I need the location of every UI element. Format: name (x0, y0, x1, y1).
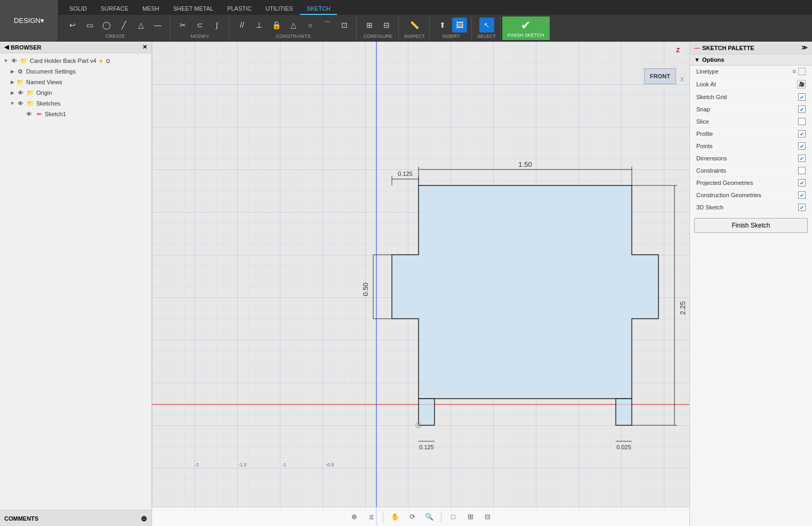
hline-icon[interactable]: — (150, 18, 165, 33)
origin-label: Origin (36, 90, 52, 96)
inspect-label: INSPECT (404, 34, 425, 39)
orbit-icon[interactable]: ⟳ (405, 510, 419, 524)
root-eye-icon[interactable]: 👁 (10, 56, 18, 65)
palette-title: SKETCH PALETTE (702, 45, 754, 51)
constraints-group: // ⊥ 🔒 △ ○ ⌒ ⊡ CONSTRAINTS (230, 15, 357, 41)
sketch-grid-checkbox[interactable]: ✔ (798, 93, 806, 101)
root-expand-arrow[interactable]: ▼ (2, 57, 10, 64)
tree-root[interactable]: ▼ 👁 📁 Card Holder Back Part v4 ★ ⊙ (0, 55, 151, 66)
snap-checkbox[interactable]: ✔ (798, 106, 806, 113)
toolbar-separator-2 (441, 512, 441, 522)
doc-settings-arrow[interactable]: ▶ (9, 68, 16, 75)
fillet-icon[interactable]: ∫ (210, 18, 224, 33)
tangent-icon[interactable]: ⌒ (320, 18, 335, 33)
finish-sketch-label: FINISH SKETCH (508, 33, 544, 38)
sketch-grid-label: Sketch Grid (696, 94, 727, 100)
collapse-icon[interactable]: ◀ (4, 44, 9, 51)
undo-icon[interactable]: ↩ (65, 18, 80, 33)
configure-icon[interactable]: ⊞ (362, 18, 377, 33)
select-icon[interactable]: ↖ (479, 18, 494, 33)
browser-close-icon[interactable]: ✕ (142, 44, 147, 51)
sketches-eye-icon[interactable]: 👁 (16, 99, 25, 108)
display-grid-icon[interactable]: ⊞ (463, 510, 477, 524)
table-icon[interactable]: ⊟ (379, 18, 394, 33)
design-button[interactable]: DESIGN ▾ (0, 0, 59, 41)
tab-sheet-metal[interactable]: SHEET METAL (167, 3, 220, 15)
linetype-icon2[interactable] (798, 68, 806, 75)
insert-icon[interactable]: ⬆ (435, 18, 450, 33)
svg-text:0.125: 0.125 (419, 444, 434, 450)
origin-eye-icon[interactable]: 👁 (16, 88, 25, 97)
tree-document-settings[interactable]: ▶ ⚙ Document Settings (0, 66, 151, 77)
settings-gear-icon: ⚙ (16, 67, 25, 76)
options-arrow: ▼ (694, 56, 700, 63)
sketches-arrow[interactable]: ▼ (9, 100, 16, 107)
tab-mesh[interactable]: MESH (136, 3, 166, 15)
rectangle-icon[interactable]: ▭ (82, 18, 97, 33)
zoom-icon[interactable]: 🔍 (422, 510, 436, 524)
palette-collapse-icon[interactable]: — (694, 45, 700, 51)
sketch1-eye-icon[interactable]: 👁 (25, 110, 33, 118)
triangle-icon[interactable]: △ (133, 18, 148, 33)
home-view-icon[interactable]: ⊕ (347, 510, 361, 524)
options-section-header[interactable]: ▼ Options (690, 54, 812, 66)
pan-icon[interactable]: ✋ (388, 510, 402, 524)
finish-sketch-palette-button[interactable]: Finish Sketch (694, 218, 808, 233)
view-mode-icon[interactable]: □ (446, 510, 460, 524)
tree-sketch1[interactable]: 👁 ✏ Sketch1 (0, 109, 151, 119)
linetype-label: Linetype (696, 68, 719, 75)
construction-geometries-checkbox[interactable]: ✔ (798, 191, 806, 199)
palette-pin-icon[interactable]: ≫ (801, 44, 808, 51)
origin-arrow[interactable]: ▶ (9, 89, 16, 96)
sketches-folder-icon: 📁 (26, 99, 35, 108)
slice-checkbox[interactable] (798, 118, 806, 125)
tab-solid[interactable]: SOLID (63, 3, 93, 15)
toolbar: DESIGN ▾ SOLID SURFACE MESH SHEET METAL … (0, 0, 812, 42)
toolbar-separator-1 (383, 512, 383, 522)
sketch1-arrow[interactable] (17, 110, 25, 118)
cube-front-face[interactable]: FRONT (644, 68, 676, 84)
projected-geometries-checkbox[interactable]: ✔ (798, 179, 806, 187)
tri-c-icon[interactable]: △ (286, 18, 301, 33)
dimensions-row: Dimensions ✔ (690, 152, 812, 165)
ruler-icon[interactable]: 📏 (407, 18, 422, 33)
points-checkbox[interactable]: ✔ (798, 142, 806, 150)
dimensions-checkbox[interactable]: ✔ (798, 155, 806, 162)
tab-surface[interactable]: SURFACE (94, 3, 135, 15)
constraints-checkbox[interactable] (798, 167, 806, 174)
3d-sketch-label: 3D Sketch (696, 204, 723, 211)
tree-sketches[interactable]: ▼ 👁 📁 Sketches (0, 98, 151, 109)
parallel-icon[interactable]: // (235, 18, 250, 33)
profile-label: Profile (696, 131, 713, 137)
insert-image-icon[interactable]: 🖼 (452, 18, 467, 33)
options-label: Options (702, 56, 725, 63)
display-options-icon[interactable]: ⊟ (480, 510, 494, 524)
tab-plastic[interactable]: PLASTIC (221, 3, 258, 15)
trim-icon[interactable]: ✂ (175, 18, 190, 33)
3d-sketch-checkbox[interactable]: ✔ (798, 204, 806, 211)
linetype-icon1[interactable]: ≡ (792, 68, 796, 75)
ruler-label-neg2: -2 (195, 462, 199, 467)
tab-utilities[interactable]: UTILITIES (259, 3, 299, 15)
finish-sketch-button[interactable]: ✔ FINISH SKETCH (502, 17, 550, 40)
tree-origin[interactable]: ▶ 👁 📁 Origin (0, 87, 151, 98)
root-eye2-icon[interactable]: ⊙ (106, 58, 110, 64)
circle-c-icon[interactable]: ○ (303, 18, 318, 33)
offset-icon[interactable]: ⊂ (192, 18, 207, 33)
named-views-arrow[interactable]: ▶ (9, 78, 16, 86)
look-at-icon[interactable]: 🎥 (797, 80, 806, 88)
saved-view-icon[interactable]: ⧖ (364, 510, 378, 524)
profile-checkbox[interactable]: ✔ (798, 130, 806, 137)
rect-c-icon[interactable]: ⊡ (337, 18, 352, 33)
tree-named-views[interactable]: ▶ 📁 Named Views (0, 77, 151, 87)
tab-sketch[interactable]: SKETCH (300, 3, 337, 15)
comments-add-icon[interactable]: ⊕ (141, 514, 147, 523)
points-row: Points ✔ (690, 140, 812, 152)
nav-cube[interactable]: Z X FRONT (636, 47, 684, 95)
perp-icon[interactable]: ⊥ (252, 18, 267, 33)
lock-icon[interactable]: 🔒 (269, 18, 284, 33)
browser-header: ◀ BROWSER ✕ (0, 42, 151, 53)
tab-bar: SOLID SURFACE MESH SHEET METAL PLASTIC U… (59, 0, 812, 15)
line-icon[interactable]: ╱ (116, 18, 131, 33)
circle-icon[interactable]: ◯ (99, 18, 114, 33)
